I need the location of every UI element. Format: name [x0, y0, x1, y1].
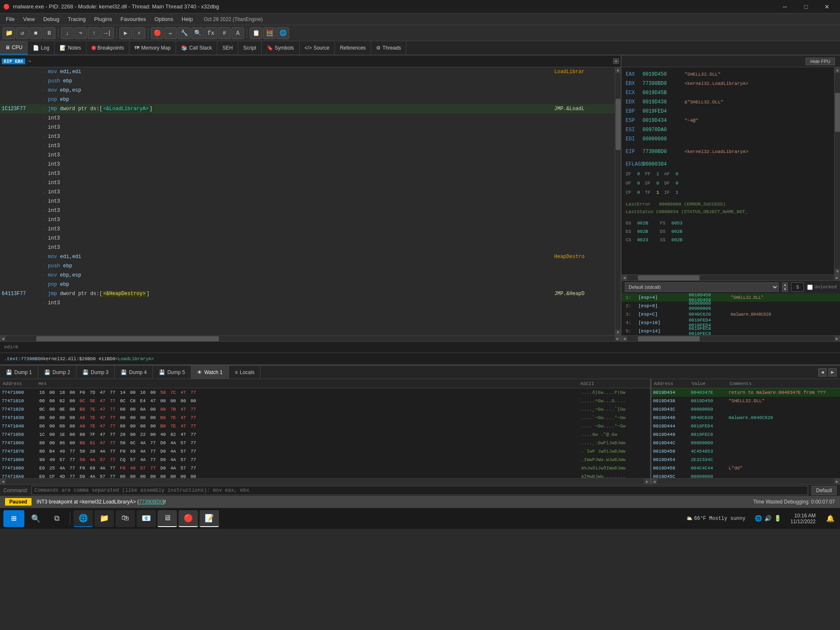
btab-dump5[interactable]: 💾 Dump 5: [153, 366, 191, 379]
disasm-line-8[interactable]: ·int3: [0, 141, 615, 150]
stack-hscroll-left[interactable]: ◀: [651, 479, 657, 484]
right-panel-hscroll[interactable]: ◀ ▶: [621, 335, 840, 341]
taskbar-app-explorer[interactable]: 📁: [95, 510, 114, 527]
hide-fpu-button[interactable]: Hide FPU: [806, 58, 835, 65]
command-input[interactable]: [32, 486, 808, 495]
tab-breakpoints[interactable]: Breakpoints: [87, 41, 129, 55]
disasm-line-4[interactable]: 1C123F77 · jmp dword ptr ds:[<&LoadLibra…: [0, 104, 615, 113]
rp-hscroll-thumb[interactable]: [638, 336, 700, 341]
reg-hscroll-right[interactable]: ▶: [834, 275, 840, 281]
toolbar-animate[interactable]: ⚡: [133, 27, 145, 39]
sp-line-8[interactable]: 0019D454 2E32334C: [651, 456, 840, 464]
maximize-button[interactable]: □: [796, 0, 816, 13]
rp-hscroll-left[interactable]: ◀: [621, 336, 627, 341]
toolbar-step-out[interactable]: ↑: [88, 27, 100, 39]
dump-line-10[interactable]: 774710A0 E0CF4D77D04A5777000000000000000…: [0, 472, 650, 478]
reg-scroll-up[interactable]: ▲: [835, 67, 840, 73]
rp-hscroll-track[interactable]: [627, 336, 834, 341]
spinner-down[interactable]: ▼: [782, 287, 788, 292]
dump-line-5[interactable]: 77471050 1C001E00087F4777200022004082477…: [0, 430, 650, 439]
dump-line-3[interactable]: 77471030 00000000A87E477700000000B07E477…: [0, 414, 650, 422]
sp-line-6[interactable]: 0019D44C 00000000: [651, 439, 840, 447]
toolbar-bp[interactable]: 🔴: [151, 27, 163, 39]
taskbar-app-mail[interactable]: 📧: [137, 510, 156, 527]
disasm-line-13[interactable]: ·int3: [0, 187, 615, 197]
menu-help[interactable]: Help: [177, 14, 197, 24]
disasm-scroll-up[interactable]: ▲: [613, 58, 619, 64]
disasm-line-7[interactable]: ·int3: [0, 132, 615, 141]
dump-line-2[interactable]: 77471020 0C000E00B87E477708000A00887B477…: [0, 405, 650, 414]
sp-line-2[interactable]: 0019D43C 00000000: [651, 405, 840, 414]
dump-hscroll[interactable]: ◀ ▶: [0, 478, 650, 484]
stack-row-1[interactable]: 1: [esp+4] 0019D450 0019D450 "SHELL32.DL…: [621, 293, 840, 302]
status-link[interactable]: 77390BD0: [139, 499, 163, 505]
tab-call-stack[interactable]: 📚 Call Stack: [176, 41, 217, 55]
tab-seh[interactable]: SEH: [217, 41, 238, 55]
disasm-line-16[interactable]: ·int3: [0, 215, 615, 224]
disasm-line-3[interactable]: · pop ebp: [0, 95, 615, 104]
disasm-line-15[interactable]: ·int3: [0, 206, 615, 215]
dump-hscroll-right[interactable]: ▶: [644, 479, 650, 484]
toolbar-step-over[interactable]: ↷: [74, 27, 87, 39]
toolbar-script[interactable]: fx: [205, 27, 217, 39]
sp-line-5[interactable]: 0019D448 0019FEC8: [651, 430, 840, 439]
scroll-track[interactable]: [615, 73, 621, 329]
hscroll-thumb[interactable]: [36, 336, 219, 341]
dump-line-6[interactable]: 77471060 80008600B8814777506C4A77D04A577…: [0, 439, 650, 447]
dump-hscroll-left[interactable]: ◀: [0, 479, 6, 484]
taskbar-app-store[interactable]: 🛍: [116, 510, 135, 527]
tab-source[interactable]: </> Source: [300, 41, 335, 55]
weather-widget[interactable]: ⛅ 66°F Mostly sunny: [686, 515, 745, 522]
stack-row-3[interactable]: 3: [esp+C] 0040C620 malware.0040C620: [621, 310, 840, 319]
btab-locals[interactable]: ≡ Locals: [229, 366, 261, 379]
reg-scroll-track[interactable]: [835, 73, 840, 269]
disasm-line-5[interactable]: ·int3: [0, 113, 615, 123]
default-button[interactable]: Default: [811, 486, 837, 495]
tab-log[interactable]: 📄 Log: [28, 41, 55, 55]
stack-row-2[interactable]: 2: [esp+8] 00000000 00000000: [621, 302, 840, 310]
reg-hscroll-track[interactable]: [627, 275, 834, 280]
disasm-line-17[interactable]: ·int3: [0, 224, 615, 234]
scroll-thumb[interactable]: [616, 99, 621, 150]
rp-hscroll-right[interactable]: ▶: [834, 336, 840, 341]
tab-threads[interactable]: ⚙ Threads: [371, 41, 406, 55]
scroll-down-btn[interactable]: ▼: [615, 329, 621, 335]
disasm-line-0[interactable]: · mov edi,edi LoadLibrar: [0, 67, 615, 76]
start-button[interactable]: ⊞: [3, 510, 24, 527]
menu-debug[interactable]: Debug: [39, 14, 63, 24]
disasm-hscroll[interactable]: ◀ ▶: [0, 335, 621, 341]
disasm-line-24[interactable]: 64113F77 · jmp dword ptr ds:[<&HeapDestr…: [0, 289, 615, 298]
toolbar-hash[interactable]: #: [218, 27, 231, 39]
disasm-line-1[interactable]: · push ebp: [0, 76, 615, 86]
btab-nav-left[interactable]: ◀: [818, 368, 827, 377]
reg-scrollbar[interactable]: ▲ ▼: [834, 67, 840, 274]
hscroll-left-btn[interactable]: ◀: [0, 336, 6, 342]
clock[interactable]: 10:16 AM 11/12/2022: [790, 513, 819, 525]
disasm-line-19[interactable]: ·int3: [0, 243, 615, 252]
stack-row-4[interactable]: 4: [esp+10] 0019FED4 0019FED4: [621, 319, 840, 327]
network-icon[interactable]: 🌐: [755, 515, 762, 522]
toolbar-step-into[interactable]: ↓: [61, 27, 74, 39]
menu-file[interactable]: File: [2, 14, 19, 24]
taskbar-app-debugger[interactable]: 🔴: [179, 510, 198, 527]
toolbar-run-to[interactable]: →|: [101, 27, 114, 39]
btab-watch1[interactable]: 👁 Watch 1: [191, 366, 229, 379]
taskbar-app-edge[interactable]: 🌐: [74, 510, 93, 527]
toolbar-run[interactable]: ▶: [119, 27, 132, 39]
btab-dump4[interactable]: 💾 Dump 4: [115, 366, 153, 379]
stack-hscroll-right[interactable]: ▶: [834, 479, 840, 484]
close-button[interactable]: ✕: [817, 0, 837, 13]
sp-line-4[interactable]: 0019D444 0019FED4: [651, 422, 840, 430]
reg-hscroll-left[interactable]: ◀: [621, 275, 627, 281]
sp-line-3[interactable]: 0019D440 0040C620 malware.0040C620: [651, 414, 840, 422]
stack-row-5[interactable]: 5: [esp+14] 0019FEC8 0019FEC8: [621, 327, 840, 335]
dump-line-1[interactable]: 77471010 000002000C5E47770CC8E4470000000…: [0, 397, 650, 405]
hscroll-track[interactable]: [6, 336, 615, 341]
menu-plugins[interactable]: Plugins: [90, 14, 116, 24]
toolbar-calc[interactable]: 🧮: [263, 27, 276, 39]
toolbar-pause[interactable]: ⏸: [43, 27, 55, 39]
scroll-up-btn[interactable]: ▲: [615, 67, 621, 73]
tab-memory-map[interactable]: 🗺 Memory Map: [129, 41, 176, 55]
disasm-line-12[interactable]: ·int3: [0, 178, 615, 187]
unlocked-checkbox[interactable]: [807, 285, 813, 290]
